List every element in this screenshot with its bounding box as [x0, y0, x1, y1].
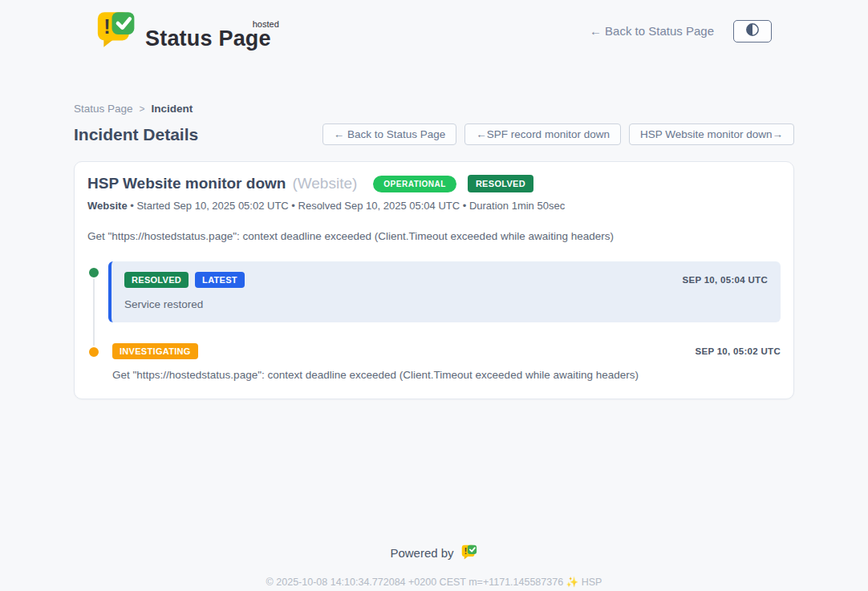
incident-nav-buttons: ← Back to Status Page ←SPF record monito… — [322, 123, 794, 145]
logo-text-wrap: Status Page hosted — [145, 27, 276, 51]
breadcrumb-status-page[interactable]: Status Page — [74, 103, 133, 115]
prev-incident-button[interactable]: ←SPF record monitor down — [464, 123, 621, 145]
half-moon-theme-icon — [745, 22, 760, 39]
powered-by-label: Powered by — [390, 546, 453, 560]
timeline-entry-plain: INVESTIGATING SEP 10, 05:02 UTC Get "htt… — [112, 343, 781, 381]
svg-text:!: ! — [464, 547, 466, 556]
next-incident-button[interactable]: HSP Website monitor down→ — [629, 123, 794, 145]
timeline-marker — [87, 343, 100, 358]
status-page-logo-icon: ! — [96, 10, 138, 51]
hsp-logo-icon: ! — [461, 544, 478, 562]
timeline-marker — [87, 261, 100, 279]
breadcrumb: Status Page > Incident — [74, 103, 794, 115]
timeline-entry-message: Service restored — [124, 298, 768, 310]
incident-meta-component: Website — [87, 200, 128, 212]
incident-component: (Website) — [292, 175, 357, 192]
page-footer: Powered by ! © 2025-10-08 14:10:34.77208… — [74, 544, 794, 588]
timeline-entry-message: Get "https://hostedstatus.page": context… — [112, 369, 781, 381]
timeline-entry-highlight-box: RESOLVED LATEST SEP 10, 05:04 UTC Servic… — [108, 261, 781, 322]
header-back-link[interactable]: ← Back to Status Page — [590, 24, 714, 38]
logo-text: Status Page — [145, 26, 271, 51]
logo-hosted-badge: hosted — [253, 19, 279, 29]
incident-meta-details: • Started Sep 10, 2025 05:02 UTC • Resol… — [130, 200, 565, 212]
timeline-entry-head: INVESTIGATING SEP 10, 05:02 UTC — [112, 343, 781, 359]
timeline-entry-badges: RESOLVED LATEST — [124, 272, 245, 288]
resolved-status-badge: RESOLVED — [468, 175, 533, 192]
timeline-resolved-badge: RESOLVED — [124, 272, 189, 288]
timeline-latest-badge: LATEST — [195, 272, 245, 288]
header-right: ← Back to Status Page — [590, 20, 772, 43]
back-to-status-page-button[interactable]: ← Back to Status Page — [322, 123, 457, 145]
page-title: Incident Details — [74, 125, 198, 144]
breadcrumb-incident: Incident — [152, 103, 193, 115]
breadcrumb-separator: > — [140, 103, 145, 115]
incident-title: HSP Website monitor down — [87, 175, 286, 192]
timeline-entry-resolved: RESOLVED LATEST SEP 10, 05:04 UTC Servic… — [87, 261, 781, 322]
timeline-entry-badges: INVESTIGATING — [112, 343, 198, 359]
svg-text:!: ! — [103, 15, 110, 38]
investigating-dot-icon — [87, 346, 100, 358]
powered-by-row[interactable]: Powered by ! — [74, 544, 794, 562]
incident-card: HSP Website monitor down (Website) OPERA… — [74, 161, 794, 399]
incident-timeline: RESOLVED LATEST SEP 10, 05:04 UTC Servic… — [87, 261, 781, 381]
logo[interactable]: ! Status Page hosted — [96, 10, 276, 51]
resolved-dot-icon — [87, 266, 100, 279]
incident-description: Get "https://hostedstatus.page": context… — [87, 230, 781, 242]
timeline-entry-investigating: INVESTIGATING SEP 10, 05:02 UTC Get "htt… — [87, 343, 781, 381]
incident-meta: Website • Started Sep 10, 2025 05:02 UTC… — [87, 200, 781, 212]
title-row: Incident Details ← Back to Status Page ←… — [74, 123, 794, 145]
incident-card-title-row: HSP Website monitor down (Website) OPERA… — [87, 175, 781, 192]
theme-toggle-button[interactable] — [733, 20, 772, 43]
timeline-entry-head: RESOLVED LATEST SEP 10, 05:04 UTC — [124, 272, 768, 288]
copyright-text: © 2025-10-08 14:10:34.772084 +0200 CEST … — [74, 576, 794, 588]
timeline-investigating-badge: INVESTIGATING — [112, 343, 198, 359]
site-header: ! Status Page hosted ← Back to Status Pa… — [74, 0, 794, 51]
timeline-entry-timestamp: SEP 10, 05:02 UTC — [695, 346, 781, 356]
timeline-entry-timestamp: SEP 10, 05:04 UTC — [682, 275, 768, 285]
operational-status-badge: OPERATIONAL — [373, 176, 456, 192]
